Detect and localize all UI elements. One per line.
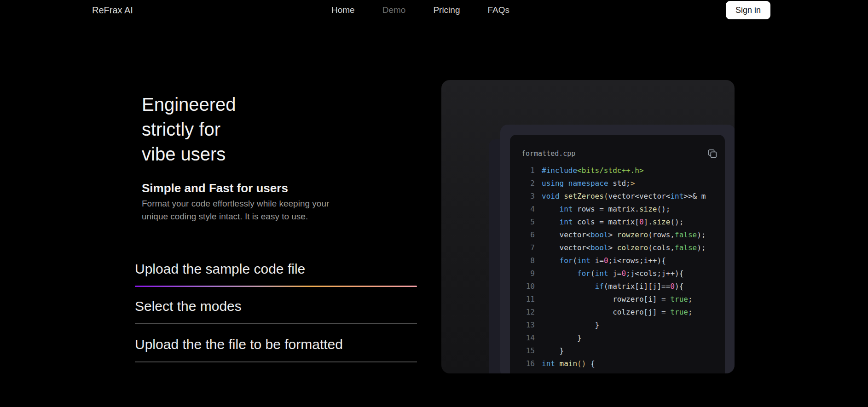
line-number: 16 (521, 357, 535, 370)
code-line: 4 int rows = matrix.size(); (521, 203, 725, 216)
line-number: 10 (521, 280, 535, 293)
line-text: if(matrix[i][j]==0){ (542, 282, 683, 291)
sign-in-button[interactable]: Sign in (726, 1, 770, 19)
code-line: 14 } (521, 332, 725, 344)
nav-item-pricing[interactable]: Pricing (433, 5, 460, 15)
hero-description: Format your code effortlessly while keep… (142, 197, 329, 223)
top-nav: ReFrax AI Home Demo Pricing FAQs Sign in (0, 0, 868, 22)
line-number: 1 (521, 164, 535, 177)
code-line: 16int main() { (521, 357, 725, 370)
code-line: 5 int cols = matrix[0].size(); (521, 216, 725, 229)
step-divider (135, 323, 417, 324)
step-item: Upload the sample code file (135, 261, 417, 287)
nav-item-faqs[interactable]: FAQs (487, 5, 509, 15)
line-text: vector<bool> colzero(cols,false); (542, 243, 706, 252)
code-line: 7 vector<bool> colzero(cols,false); (521, 241, 725, 254)
line-number: 12 (521, 306, 535, 319)
code-line: 1#include<bits/stdc++.h> (521, 164, 725, 177)
line-text: for(int i=0;i<rows;i++){ (542, 256, 666, 265)
line-text: int main() { (542, 359, 595, 368)
hero-title-line: strictly for (142, 117, 236, 142)
line-number: 4 (521, 203, 535, 216)
line-number: 9 (521, 267, 535, 280)
line-number: 13 (521, 319, 535, 332)
code-editor-card: formatted.cpp 1#include<bits/stdc++.h>2u… (510, 135, 725, 373)
nav-item-home[interactable]: Home (331, 5, 355, 15)
step-label-upload-sample[interactable]: Upload the sample code file (135, 261, 417, 277)
step-item: Upload the the file to be formatted (135, 337, 417, 362)
step-divider-gradient (135, 286, 417, 287)
line-text: vector<bool> rowzero(rows,false); (542, 230, 706, 239)
hero-description-line: Format your code effortlessly while keep… (142, 197, 329, 210)
line-number: 8 (521, 254, 535, 267)
hero-subtitle: Simple and Fast for users (142, 181, 288, 195)
code-line: 11 rowzero[i] = true; (521, 293, 725, 306)
hero-title-line: vibe users (142, 142, 236, 166)
line-number: 2 (521, 177, 535, 190)
code-line: 6 vector<bool> rowzero(rows,false); (521, 229, 725, 241)
line-number: 3 (521, 190, 535, 203)
line-text: } (542, 321, 599, 329)
line-number: 15 (521, 344, 535, 357)
line-number: 5 (521, 216, 535, 229)
line-text: int rows = matrix.size(); (542, 205, 670, 213)
line-text: rowzero[i] = true; (542, 295, 693, 304)
step-label-upload-file[interactable]: Upload the the file to be formatted (135, 337, 417, 352)
code-line: 15 } (521, 344, 725, 357)
filename-label: formatted.cpp (521, 149, 575, 158)
code-line: 10 if(matrix[i][j]==0){ (521, 280, 725, 293)
nav-links: Home Demo Pricing FAQs (331, 5, 509, 15)
line-number: 14 (521, 332, 535, 344)
copy-icon[interactable] (707, 149, 718, 159)
steps-list: Upload the sample code file Select the m… (135, 256, 417, 362)
line-text: vector<vector<int>> matrix { (542, 372, 683, 373)
step-item: Select the modes (135, 298, 417, 324)
line-text: colzero[j] = true; (542, 308, 693, 316)
code-line: 8 for(int i=0;i<rows;i++){ (521, 254, 725, 267)
line-text: for(int j=0;j<cols;j++){ (542, 269, 683, 278)
code-line: 2using namespace std;> (521, 177, 725, 190)
line-text: } (542, 346, 564, 355)
line-text: } (542, 333, 582, 342)
card-stack-backdrop: formatted.cpp 1#include<bits/stdc++.h>2u… (441, 80, 735, 373)
code-editor-header: formatted.cpp (521, 149, 718, 159)
code-line: 9 for(int j=0;j<cols;j++){ (521, 267, 725, 280)
line-text: #include<bits/stdc++.h> (542, 166, 644, 175)
step-label-select-modes[interactable]: Select the modes (135, 298, 417, 314)
hero-title: Engineered strictly for vibe users (142, 92, 236, 166)
line-text: int cols = matrix[0].size(); (542, 218, 683, 226)
line-number: 7 (521, 241, 535, 254)
hero-title-line: Engineered (142, 92, 236, 117)
code-line: 3void setZeroes(vector<vector<int>>& m (521, 190, 725, 203)
page: ReFrax AI Home Demo Pricing FAQs Sign in… (0, 0, 868, 407)
nav-item-demo[interactable]: Demo (382, 5, 406, 15)
hero-description-line: unique coding style intact. It is easy t… (142, 210, 329, 223)
line-text: void setZeroes(vector<vector<int>>& m (542, 192, 706, 201)
code-line: 12 colzero[j] = true; (521, 306, 725, 319)
line-number: 11 (521, 293, 535, 306)
code-lines: 1#include<bits/stdc++.h>2using namespace… (521, 164, 725, 373)
line-text: using namespace std;> (542, 179, 635, 188)
code-line: 13 } (521, 319, 725, 332)
code-line: 17 vector<vector<int>> matrix { (521, 370, 725, 373)
step-divider (135, 361, 417, 362)
brand-logo[interactable]: ReFrax AI (92, 5, 133, 16)
line-number: 17 (521, 370, 535, 373)
line-number: 6 (521, 229, 535, 241)
